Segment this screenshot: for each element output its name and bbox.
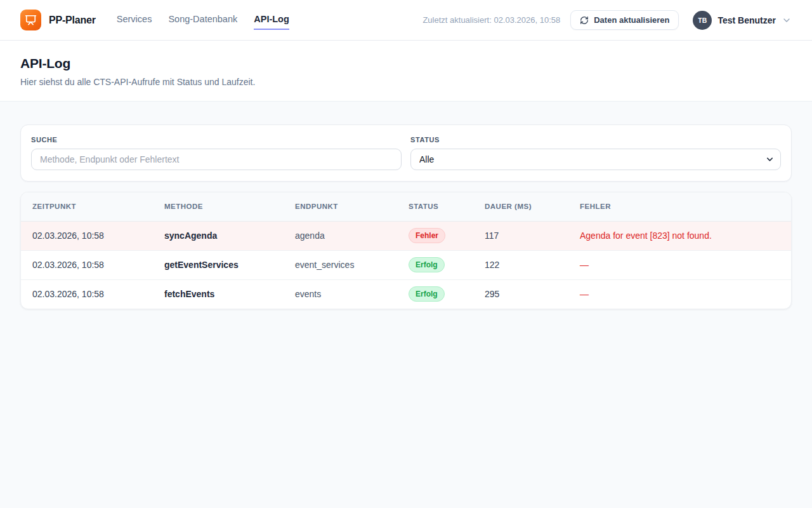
user-name: Test Benutzer	[717, 15, 776, 25]
cell-status: Erfolg	[409, 250, 485, 279]
main-content: Suche Status Alle Zeitpunkt	[0, 102, 812, 309]
table-header-row: Zeitpunkt Methode Endpunkt Status Dauer …	[21, 192, 791, 221]
col-zeitpunkt: Zeitpunkt	[21, 192, 164, 221]
avatar: TB	[693, 11, 712, 30]
cell-methode: getEventServices	[164, 250, 295, 279]
nav-song-datenbank[interactable]: Song-Datenbank	[168, 10, 237, 30]
cell-status: Fehler	[409, 221, 485, 250]
col-dauer: Dauer (ms)	[485, 192, 580, 221]
search-input[interactable]	[31, 149, 402, 170]
user-menu[interactable]: TB Test Benutzer	[693, 11, 792, 30]
refresh-button-label: Daten aktualisieren	[594, 15, 669, 25]
filter-card: Suche Status Alle	[20, 124, 792, 182]
col-fehler: Fehler	[580, 192, 791, 221]
col-methode: Methode	[164, 192, 295, 221]
cell-endpunkt: event_services	[295, 250, 409, 279]
brand-name: PP-Planer	[49, 15, 96, 26]
cell-zeitpunkt: 02.03.2026, 10:58	[21, 221, 164, 250]
status-select-wrap: Alle	[410, 149, 781, 170]
app-logo	[20, 10, 41, 30]
refresh-icon	[580, 16, 589, 25]
cell-methode: fetchEvents	[164, 279, 295, 309]
refresh-data-button[interactable]: Daten aktualisieren	[570, 10, 679, 30]
cell-dauer: 122	[485, 250, 580, 279]
presentation-icon	[25, 14, 37, 26]
api-log-table-card: Zeitpunkt Methode Endpunkt Status Dauer …	[20, 192, 792, 309]
main-nav: Services Song-Datenbank API-Log	[117, 10, 289, 30]
status-field-group: Status Alle	[410, 136, 781, 170]
cell-zeitpunkt: 02.03.2026, 10:58	[21, 279, 164, 309]
page-subtitle: Hier siehst du alle CTS-API-Aufrufe mit …	[20, 77, 792, 87]
search-label: Suche	[31, 136, 402, 144]
chevron-down-icon	[782, 15, 792, 25]
status-select[interactable]: Alle	[410, 149, 781, 170]
page-title: API-Log	[20, 56, 792, 71]
status-label: Status	[410, 136, 781, 144]
col-status: Status	[409, 192, 485, 221]
table-row: 02.03.2026, 10:58 fetchEvents events Erf…	[21, 279, 791, 309]
nav-services[interactable]: Services	[117, 10, 152, 30]
search-field-group: Suche	[31, 136, 402, 170]
cell-endpunkt: events	[295, 279, 409, 309]
app-header: PP-Planer Services Song-Datenbank API-Lo…	[0, 0, 812, 41]
table-row: 02.03.2026, 10:58 getEventServices event…	[21, 250, 791, 279]
cell-status: Erfolg	[409, 279, 485, 309]
api-log-table: Zeitpunkt Methode Endpunkt Status Dauer …	[21, 192, 791, 309]
status-badge: Erfolg	[409, 286, 445, 302]
cell-fehler: —	[580, 250, 791, 279]
cell-fehler: —	[580, 279, 791, 309]
cell-methode: syncAgenda	[164, 221, 295, 250]
page-head: API-Log Hier siehst du alle CTS-API-Aufr…	[0, 41, 812, 102]
status-badge: Erfolg	[409, 257, 445, 272]
cell-dauer: 117	[485, 221, 580, 250]
nav-api-log[interactable]: API-Log	[254, 10, 289, 30]
status-badge: Fehler	[409, 228, 445, 243]
col-endpunkt: Endpunkt	[295, 192, 409, 221]
cell-zeitpunkt: 02.03.2026, 10:58	[21, 250, 164, 279]
table-row: 02.03.2026, 10:58 syncAgenda agenda Fehl…	[21, 221, 791, 250]
cell-dauer: 295	[485, 279, 580, 309]
last-updated-text: Zuletzt aktualisiert: 02.03.2026, 10:58	[422, 15, 560, 25]
header-left: PP-Planer Services Song-Datenbank API-Lo…	[20, 10, 289, 30]
header-right: Zuletzt aktualisiert: 02.03.2026, 10:58 …	[422, 10, 792, 30]
cell-fehler: Agenda for event [823] not found.	[580, 221, 791, 250]
cell-endpunkt: agenda	[295, 221, 409, 250]
